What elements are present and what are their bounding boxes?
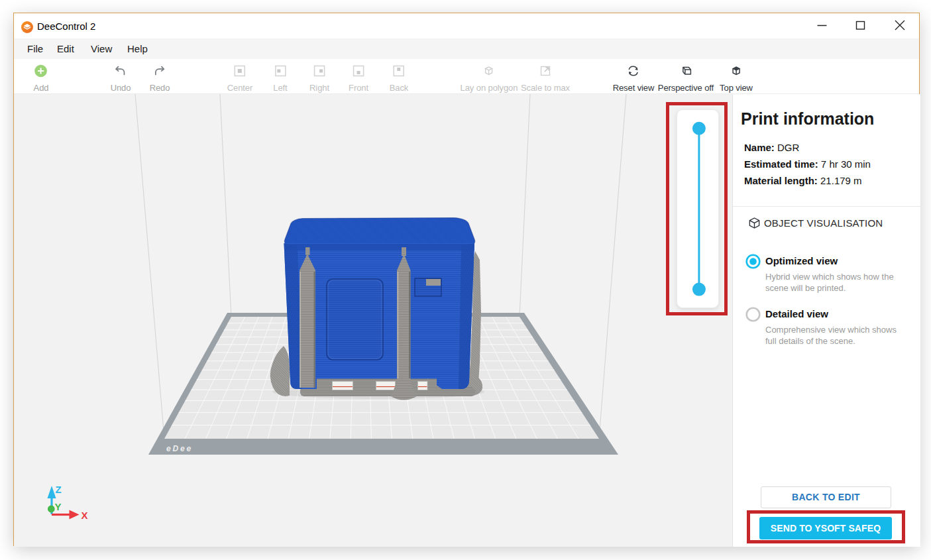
svg-text:Z: Z <box>56 484 62 495</box>
svg-text:eDee: eDee <box>166 444 193 453</box>
svg-text:X: X <box>82 510 88 521</box>
svg-text:Y: Y <box>55 501 62 512</box>
